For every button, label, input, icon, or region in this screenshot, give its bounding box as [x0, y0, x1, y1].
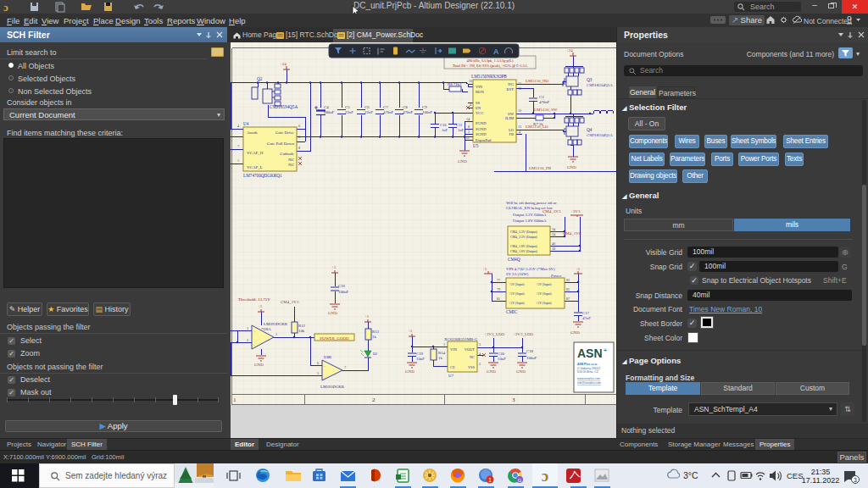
svg-text:C17: C17	[582, 311, 590, 315]
svg-text:470nF: 470nF	[403, 110, 414, 114]
svg-text:Threshold: 13.75V: Threshold: 13.75V	[238, 297, 270, 302]
svg-text:D2: D2	[373, 352, 377, 356]
svg-text:Gate Pull Down: Gate Pull Down	[267, 141, 295, 146]
svg-text:C7: C7	[383, 105, 388, 109]
svg-text:16: 16	[469, 79, 472, 83]
svg-text:3: 3	[479, 342, 481, 347]
svg-text:+5V (Input): +5V (Input)	[509, 283, 525, 286]
svg-text:+5V (Input): +5V (Input)	[536, 283, 552, 286]
svg-text:15: 15	[465, 136, 469, 140]
svg-text:3: 3	[512, 396, 515, 403]
svg-text:7: 7	[344, 365, 346, 369]
svg-text:2: 2	[479, 362, 481, 366]
svg-text:Gate Drive: Gate Drive	[275, 130, 295, 135]
svg-text:470nF: 470nF	[539, 100, 550, 104]
svg-text:EN: EN	[476, 106, 481, 110]
svg-text:Power: Power	[551, 274, 562, 278]
svg-text:CM4_1V8: CM4_1V8	[563, 231, 581, 236]
svg-text:+5: +5	[364, 314, 370, 319]
svg-text:ASN Plus s.r.o.: ASN Plus s.r.o.	[577, 363, 598, 366]
svg-text:NC: NC	[288, 163, 295, 167]
svg-text:22uF: 22uF	[364, 110, 373, 114]
svg-text:GND: GND	[487, 369, 496, 374]
svg-text:C3: C3	[539, 95, 544, 99]
svg-text:+3V3_LDO: +3V3_LDO	[484, 332, 505, 336]
svg-text:CSD18534Q5A: CSD18534Q5A	[587, 83, 613, 87]
svg-text:Q3: Q3	[587, 77, 593, 82]
svg-text:CM4_1.8V (Output): CM4_1.8V (Output)	[510, 250, 538, 253]
svg-text:SGND: SGND	[476, 132, 487, 136]
svg-text:CES: CES	[787, 471, 804, 480]
svg-text:FB: FB	[509, 132, 514, 136]
svg-text:2: 2	[372, 396, 376, 403]
svg-text:R14: R14	[438, 351, 446, 355]
svg-text:Cathode: Cathode	[280, 152, 294, 156]
svg-text:G: G	[518, 478, 522, 483]
svg-text:VCAP_H: VCAP_H	[247, 151, 264, 155]
svg-text:C6: C6	[364, 105, 370, 109]
svg-text:1uF: 1uF	[442, 128, 448, 132]
svg-text:BST: BST	[507, 87, 515, 92]
svg-text:GND: GND	[328, 311, 337, 315]
svg-text:GND: GND	[567, 165, 576, 169]
svg-text:+5V (Input): +5V (Input)	[509, 302, 525, 305]
svg-text:U5: U5	[473, 143, 479, 148]
svg-text:GND: GND	[405, 369, 415, 374]
svg-text:CSD18534Q5A: CSD18534Q5A	[587, 133, 613, 137]
svg-text:GND: GND	[516, 369, 526, 374]
svg-text:U8B: U8B	[324, 355, 331, 359]
svg-text:C11: C11	[456, 123, 462, 127]
svg-text:7: 7	[237, 144, 239, 148]
svg-text:8: 8	[298, 146, 300, 150]
svg-text:+3V3_LDO: +3V3_LDO	[513, 332, 534, 336]
svg-text:PGND: PGND	[476, 121, 487, 125]
svg-text:616 00 Brno, CZ: 616 00 Brno, CZ	[577, 370, 598, 374]
svg-text:+5: +5	[576, 267, 581, 271]
svg-text:ɔ: ɔ	[3, 2, 8, 13]
svg-text:GLOBAL_EN being set low: GLOBAL_EN being set low	[506, 206, 554, 210]
svg-text:C8: C8	[403, 105, 408, 109]
svg-text:CM4Q: CM4Q	[508, 257, 520, 262]
svg-text:3°C: 3°C	[683, 470, 698, 480]
svg-text:5: 5	[317, 371, 319, 375]
svg-text:+5: +5	[482, 267, 487, 271]
svg-text:3: 3	[854, 477, 857, 483]
svg-text:CM4_3V3: CM4_3V3	[281, 300, 299, 304]
svg-text:LM393DGKR: LM393DGKR	[320, 385, 345, 389]
svg-text:470nF: 470nF	[383, 110, 394, 114]
svg-text:LM5150_SW: LM5150_SW	[534, 108, 558, 112]
svg-text:VSS: VSS	[468, 365, 476, 369]
svg-text:R12: R12	[298, 324, 306, 328]
svg-text:*U8A: *U8A	[261, 327, 271, 331]
svg-text:+24: +24	[280, 62, 287, 66]
svg-text:10: 10	[518, 108, 521, 113]
svg-text:Output 1.8V 600mA: Output 1.8V 600mA	[513, 219, 547, 223]
svg-text:R7 1k: R7 1k	[533, 122, 543, 126]
svg-text:+5: +5	[408, 329, 413, 333]
svg-text:6V 2A (10W): 6V 2A (10W)	[506, 272, 529, 276]
svg-text:1: 1	[488, 477, 492, 483]
svg-text:+: +	[604, 347, 607, 353]
svg-text:1: 1	[233, 396, 236, 403]
svg-text:GND: GND	[570, 330, 580, 335]
svg-text:ExposPad: ExposPad	[476, 138, 492, 142]
svg-text:3: 3	[247, 326, 248, 330]
svg-text:C10: C10	[440, 123, 447, 127]
svg-text:XC6220B331MR-G: XC6220B331MR-G	[444, 337, 478, 341]
svg-text:1uF: 1uF	[458, 128, 465, 132]
svg-text:17.11.2022: 17.11.2022	[802, 476, 839, 485]
svg-text:+3V3: +3V3	[570, 209, 581, 214]
svg-text:NC: NC	[470, 355, 475, 359]
svg-text:47uF: 47uF	[582, 316, 591, 320]
svg-text:C16: C16	[338, 284, 346, 288]
svg-text:LM5150_PB: LM5150_PB	[529, 166, 552, 170]
svg-text:40: 40	[552, 241, 555, 246]
svg-text:info@asnplus.com: info@asnplus.com	[577, 381, 601, 385]
svg-text:+5V (Input): +5V (Input)	[509, 292, 525, 296]
svg-text:GND: GND	[458, 159, 467, 164]
svg-text:LM74700QDGKRQ1: LM74700QDGKRQ1	[243, 173, 282, 178]
svg-text:SS: SS	[476, 101, 481, 105]
svg-text:U4: U4	[243, 121, 249, 126]
svg-text:POWER_GOOD: POWER_GOOD	[320, 336, 349, 341]
svg-text:100uF: 100uF	[526, 356, 537, 360]
